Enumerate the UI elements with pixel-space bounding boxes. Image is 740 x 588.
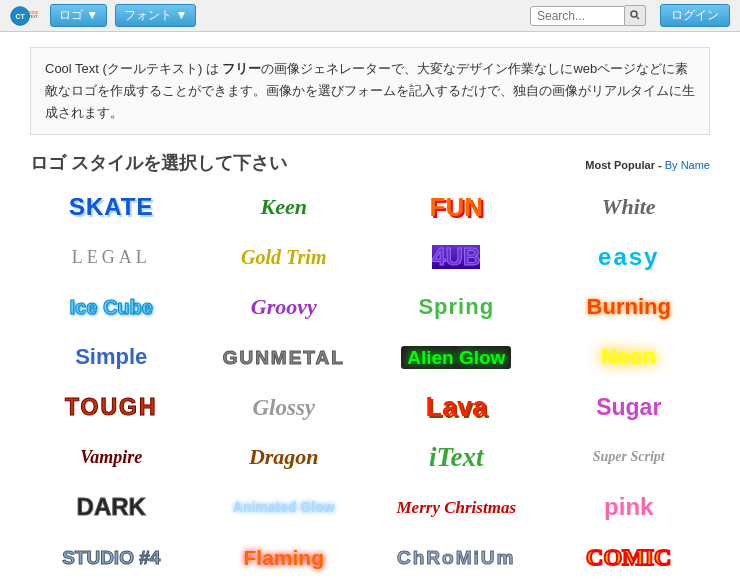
style-label-dragon: Dragon: [249, 446, 319, 468]
style-item-simple[interactable]: Simple: [30, 335, 193, 379]
style-item-comic[interactable]: COMIC: [548, 535, 711, 579]
style-item-vampire[interactable]: Vampire: [30, 435, 193, 479]
style-item-superscript[interactable]: Super Script: [548, 435, 711, 479]
svg-text:COOL: COOL: [29, 9, 38, 14]
sort-popular: Most Popular: [585, 159, 655, 171]
style-label-glossy: Glossy: [252, 396, 315, 419]
style-item-lava[interactable]: Lava: [375, 385, 538, 429]
style-label-flaming: Flaming: [243, 547, 324, 568]
style-item-easy[interactable]: easy: [548, 235, 711, 279]
style-item-chromium[interactable]: ChRoMiUm: [375, 535, 538, 579]
style-item-studio[interactable]: STUDIO #4: [30, 535, 193, 579]
style-item-merrychristmas[interactable]: Merry Christmas: [375, 485, 538, 529]
nav-font-button[interactable]: フォント ▼: [115, 4, 196, 27]
style-item-keen[interactable]: Keen: [203, 185, 366, 229]
style-item-legal[interactable]: LEGAL: [30, 235, 193, 279]
style-item-icecube[interactable]: Ice Cube: [30, 285, 193, 329]
style-label-easy: easy: [598, 245, 659, 269]
style-item-neon[interactable]: Neon: [548, 335, 711, 379]
style-label-vampire: Vampire: [80, 448, 142, 466]
style-item-animateglow[interactable]: Animated Glow: [203, 485, 366, 529]
style-label-lava: Lava: [425, 394, 487, 421]
style-label-keen: Keen: [261, 196, 307, 218]
style-label-gunmetal: GUNMETAL: [223, 348, 345, 367]
style-label-studio: STUDIO #4: [62, 548, 160, 567]
style-item-4ub[interactable]: 4UB: [375, 235, 538, 279]
style-label-groovy: Groovy: [251, 296, 317, 318]
style-label-goldtrim: Gold Trim: [241, 247, 326, 267]
style-label-pink: pink: [604, 495, 653, 519]
login-button[interactable]: ログイン: [660, 4, 730, 27]
svg-text:TEXT: TEXT: [29, 15, 38, 19]
style-item-fun[interactable]: FUN: [375, 185, 538, 229]
style-item-burning[interactable]: Burning: [548, 285, 711, 329]
styles-grid: SKATEKeenFUNWhiteLEGALGold Trim4UBeasyIc…: [30, 185, 710, 588]
style-item-glossy[interactable]: Glossy: [203, 385, 366, 429]
section-header: ロゴ スタイルを選択して下さい Most Popular - By Name: [30, 151, 710, 175]
style-label-animateglow: Animated Glow: [233, 500, 335, 514]
style-label-alienglow: Alien Glow: [401, 346, 511, 369]
style-item-goldtrim[interactable]: Gold Trim: [203, 235, 366, 279]
style-label-4ub: 4UB: [432, 245, 480, 269]
search-icon: [630, 10, 640, 20]
style-item-sugar[interactable]: Sugar: [548, 385, 711, 429]
style-label-chromium: ChRoMiUm: [397, 548, 515, 567]
nav-logo-button[interactable]: ロゴ ▼: [50, 4, 107, 27]
logo-area: CT COOL TEXT: [10, 5, 38, 27]
style-label-spring: Spring: [418, 296, 494, 318]
style-label-comic: COMIC: [586, 545, 671, 569]
style-label-superscript: Super Script: [593, 450, 665, 464]
style-item-groovy[interactable]: Groovy: [203, 285, 366, 329]
style-label-tough: TOUGH: [65, 396, 158, 419]
search-container: [530, 5, 646, 26]
style-label-sugar: Sugar: [596, 396, 661, 419]
style-label-simple: Simple: [75, 346, 147, 368]
style-item-itext[interactable]: iText: [375, 435, 538, 479]
style-label-fun: FUN: [430, 194, 483, 220]
style-item-flaming[interactable]: Flaming: [203, 535, 366, 579]
header: CT COOL TEXT ロゴ ▼ フォント ▼ ログイン: [0, 0, 740, 32]
style-label-white: White: [602, 196, 656, 218]
search-input[interactable]: [530, 6, 625, 26]
search-button[interactable]: [625, 5, 646, 26]
style-label-icecube: Ice Cube: [70, 297, 153, 317]
style-item-dragon[interactable]: Dragon: [203, 435, 366, 479]
style-label-dark: DARK: [77, 495, 146, 519]
sort-separator: -: [658, 159, 665, 171]
svg-line-5: [637, 17, 640, 20]
style-item-alienglow[interactable]: Alien Glow: [375, 335, 538, 379]
style-label-itext: iText: [429, 444, 484, 471]
cooltext-logo: CT COOL TEXT: [10, 5, 38, 27]
main-content: Cool Text (クールテキスト) は フリーの画像ジェネレーターで、大変な…: [0, 32, 740, 588]
description-box: Cool Text (クールテキスト) は フリーの画像ジェネレーターで、大変な…: [30, 47, 710, 135]
sort-byname-link[interactable]: By Name: [665, 159, 710, 171]
style-item-spring[interactable]: Spring: [375, 285, 538, 329]
style-item-dark[interactable]: DARK: [30, 485, 193, 529]
style-item-pink[interactable]: pink: [548, 485, 711, 529]
style-label-legal: LEGAL: [72, 248, 151, 266]
style-label-skate: SKATE: [69, 195, 154, 219]
style-label-burning: Burning: [587, 296, 671, 318]
style-item-tough[interactable]: TOUGH: [30, 385, 193, 429]
style-label-merrychristmas: Merry Christmas: [397, 499, 517, 516]
sort-links: Most Popular - By Name: [585, 159, 710, 171]
style-label-neon: Neon: [601, 346, 656, 368]
svg-point-4: [631, 11, 637, 17]
style-item-skate[interactable]: SKATE: [30, 185, 193, 229]
style-item-white[interactable]: White: [548, 185, 711, 229]
style-item-gunmetal[interactable]: GUNMETAL: [203, 335, 366, 379]
svg-text:CT: CT: [15, 13, 25, 20]
section-title: ロゴ スタイルを選択して下さい: [30, 151, 585, 175]
description-text: Cool Text (クールテキスト) は フリーの画像ジェネレーターで、大変な…: [45, 61, 695, 120]
